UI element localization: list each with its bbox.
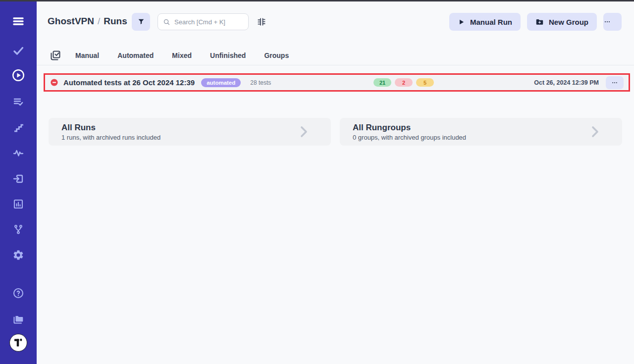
manual-run-label: Manual Run <box>470 18 512 26</box>
sidebar-item-tests[interactable] <box>11 44 25 57</box>
passed-count-badge: 21 <box>373 78 391 87</box>
gear-icon <box>12 249 24 261</box>
tabs-bar: Manual Automated Mixed Unfinished Groups <box>50 49 307 62</box>
folder-plus-icon <box>535 18 544 26</box>
run-result-counts: 21 2 5 <box>373 78 434 87</box>
sidebar-item-import[interactable] <box>11 172 25 186</box>
run-row-right: Oct 26, 2024 12:39 PM <box>534 76 624 89</box>
tab-automated[interactable]: Automated <box>117 52 154 59</box>
chevron-right-icon <box>588 125 601 138</box>
branch-icon <box>12 223 24 235</box>
breadcrumb-separator: / <box>98 16 100 26</box>
breadcrumb: GhostVPN/Runs <box>48 16 127 27</box>
check-icon <box>12 45 24 56</box>
skipped-count-badge: 5 <box>416 78 434 87</box>
chevron-right-icon <box>297 125 310 138</box>
failed-count-badge: 2 <box>395 78 413 87</box>
sidebar <box>0 0 37 364</box>
new-group-label: New Group <box>549 18 588 26</box>
tab-mixed[interactable]: Mixed <box>172 52 192 59</box>
sidebar-item-runs[interactable] <box>11 68 26 83</box>
list-check-icon <box>12 96 24 108</box>
all-runs-title: All Runs <box>61 122 331 133</box>
steps-icon <box>12 122 24 134</box>
tab-manual[interactable]: Manual <box>75 52 99 59</box>
help-icon <box>12 287 24 299</box>
sidebar-item-reports[interactable] <box>11 197 25 211</box>
play-icon <box>458 18 465 26</box>
import-icon <box>12 173 24 185</box>
all-rungroups-subtitle: 0 groups, with archived groups included <box>353 134 622 141</box>
run-timestamp: Oct 26, 2024 12:39 PM <box>534 79 599 86</box>
run-more-button[interactable] <box>606 76 624 89</box>
bar-chart-icon <box>12 198 24 210</box>
minus-circle-icon <box>50 78 58 87</box>
all-rungroups-card[interactable]: All Rungroups 0 groups, with archived gr… <box>340 118 622 146</box>
new-group-button[interactable]: New Group <box>527 13 597 31</box>
filter-button[interactable] <box>132 13 150 31</box>
ellipsis-icon <box>603 18 611 26</box>
adjustments-icon[interactable] <box>257 17 266 27</box>
hamburger-menu-icon <box>12 15 24 27</box>
sidebar-item-activity[interactable] <box>11 146 25 160</box>
manual-run-button[interactable]: Manual Run <box>449 13 521 31</box>
run-type-badge: automated <box>201 78 241 87</box>
all-runs-card[interactable]: All Runs 1 runs, with archived runs incl… <box>49 118 331 146</box>
search-box <box>158 13 249 30</box>
run-row[interactable]: Automated tests at 26 Oct 2024 12:39 aut… <box>44 73 630 92</box>
app-logo[interactable] <box>9 334 27 352</box>
sidebar-item-steps[interactable] <box>11 121 25 135</box>
search-input[interactable] <box>174 18 243 26</box>
breadcrumb-current: Runs <box>104 16 127 26</box>
pulse-icon <box>12 147 24 159</box>
header-more-button[interactable] <box>603 13 622 31</box>
select-checkbox-icon[interactable] <box>50 50 61 61</box>
folders-icon <box>12 313 24 325</box>
window-top-strip <box>0 0 634 1</box>
header-actions: Manual Run New Group <box>449 13 622 31</box>
hamburger-menu-button[interactable] <box>11 14 25 28</box>
app-window: GhostVPN/Runs Manual Run New <box>0 0 634 364</box>
all-runs-subtitle: 1 runs, with archived runs included <box>61 134 331 141</box>
all-rungroups-title: All Rungroups <box>353 122 622 133</box>
tab-groups[interactable]: Groups <box>264 52 289 59</box>
sidebar-item-settings[interactable] <box>11 248 25 262</box>
sidebar-item-plans[interactable] <box>11 95 25 109</box>
tabs-divider <box>37 65 634 65</box>
sidebar-item-projects[interactable] <box>11 312 25 326</box>
ellipsis-icon <box>611 79 618 86</box>
play-circle-icon <box>11 68 25 82</box>
tab-unfinished[interactable]: Unfinished <box>210 52 246 59</box>
breadcrumb-project[interactable]: GhostVPN <box>48 16 94 26</box>
funnel-icon <box>137 18 145 26</box>
run-tests-count: 28 tests <box>250 79 271 86</box>
sidebar-item-branches[interactable] <box>11 222 25 236</box>
run-title[interactable]: Automated tests at 26 Oct 2024 12:39 <box>63 78 195 87</box>
sidebar-item-help[interactable] <box>11 286 25 300</box>
search-icon <box>163 18 170 26</box>
logo-t-icon <box>12 337 24 349</box>
